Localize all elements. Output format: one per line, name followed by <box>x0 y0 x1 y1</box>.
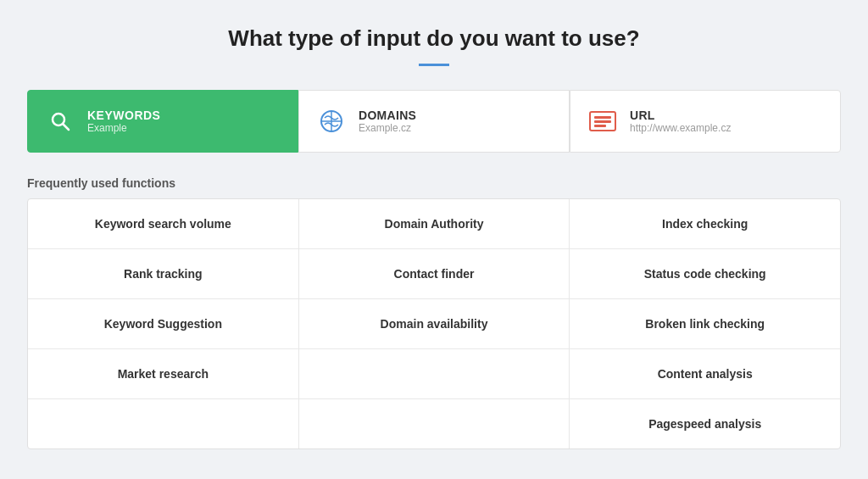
functions-grid: Keyword search volumeDomain AuthorityInd… <box>27 198 841 449</box>
domains-sub: Example.cz <box>359 122 416 134</box>
grid-row: Keyword search volumeDomain AuthorityInd… <box>28 199 840 249</box>
grid-cell[interactable]: Index checking <box>570 199 840 248</box>
title-divider <box>419 64 449 66</box>
grid-cell <box>299 399 570 448</box>
grid-cell[interactable]: Domain Authority <box>299 199 570 248</box>
grid-cell[interactable]: Status code checking <box>570 249 840 298</box>
page-container: What type of input do you want to use? K… <box>27 25 841 449</box>
grid-cell[interactable]: Pagespeed analysis <box>570 399 840 448</box>
page-title: What type of input do you want to use? <box>27 25 841 52</box>
keywords-label: KEYWORDS <box>87 109 160 122</box>
keywords-card-text: KEYWORDS Example <box>87 109 160 134</box>
input-type-row: KEYWORDS Example DOMAINS Example.cz <box>27 90 841 153</box>
grid-cell[interactable]: Rank tracking <box>28 249 299 298</box>
grid-row: Market researchContent analysis <box>28 349 840 399</box>
domains-label: DOMAINS <box>359 109 416 122</box>
keywords-sub: Example <box>87 122 160 134</box>
grid-row: Pagespeed analysis <box>28 399 840 448</box>
url-card-text: URL http://www.example.cz <box>630 109 731 134</box>
grid-cell[interactable]: Keyword search volume <box>28 199 299 248</box>
search-icon <box>45 106 75 136</box>
domains-icon <box>316 106 347 136</box>
url-sub: http://www.example.cz <box>630 122 731 134</box>
grid-cell[interactable]: Contact finder <box>299 249 570 298</box>
grid-cell[interactable]: Domain availability <box>299 299 570 348</box>
grid-row: Keyword SuggestionDomain availabilityBro… <box>28 299 840 349</box>
grid-cell <box>28 399 299 448</box>
input-card-keywords[interactable]: KEYWORDS Example <box>27 90 298 153</box>
url-label: URL <box>630 109 731 122</box>
grid-row: Rank trackingContact finderStatus code c… <box>28 249 840 299</box>
input-card-url[interactable]: URL http://www.example.cz <box>570 90 841 153</box>
grid-cell[interactable]: Keyword Suggestion <box>28 299 299 348</box>
grid-cell[interactable]: Broken link checking <box>570 299 840 348</box>
input-card-domains[interactable]: DOMAINS Example.cz <box>298 90 570 153</box>
grid-cell <box>299 349 570 398</box>
grid-cell[interactable]: Content analysis <box>570 349 840 398</box>
domains-card-text: DOMAINS Example.cz <box>359 109 416 134</box>
url-icon <box>587 106 618 136</box>
svg-line-1 <box>63 124 69 130</box>
section-label: Frequently used functions <box>27 176 841 190</box>
grid-cell[interactable]: Market research <box>28 349 299 398</box>
